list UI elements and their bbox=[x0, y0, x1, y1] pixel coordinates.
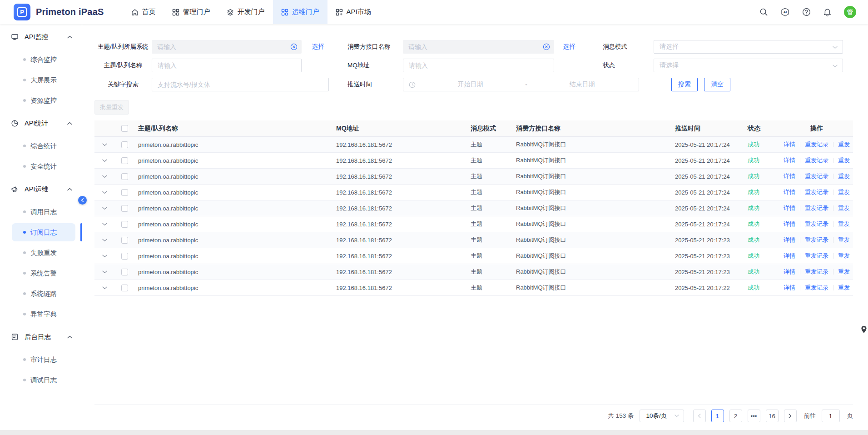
row-expand-icon[interactable] bbox=[102, 270, 107, 274]
detail-link[interactable]: 详情 bbox=[784, 236, 795, 244]
detail-link[interactable]: 详情 bbox=[784, 204, 795, 212]
sidebar-item[interactable]: 综合统计 bbox=[12, 137, 75, 155]
sidebar-item[interactable]: 调试日志 bbox=[12, 371, 75, 389]
row-expand-icon[interactable] bbox=[102, 191, 107, 194]
push-time-range-picker[interactable]: 开始日期 - 结束日期 bbox=[403, 78, 639, 91]
resend-link[interactable]: 重发 bbox=[838, 284, 850, 292]
detail-link[interactable]: 详情 bbox=[784, 172, 795, 180]
row-expand-icon[interactable] bbox=[102, 255, 107, 258]
resend-record-link[interactable]: 重发记录 bbox=[805, 188, 828, 196]
sidebar-item[interactable]: 调用日志 bbox=[12, 203, 75, 221]
search-button[interactable]: 搜索 bbox=[671, 78, 698, 91]
mq-address-input[interactable] bbox=[403, 59, 554, 72]
row-expand-icon[interactable] bbox=[102, 175, 107, 178]
sidebar-item[interactable]: 安全统计 bbox=[12, 157, 75, 175]
keyword-input[interactable] bbox=[152, 78, 328, 91]
clear-button[interactable]: 清空 bbox=[704, 78, 730, 91]
resend-record-link[interactable]: 重发记录 bbox=[805, 172, 828, 180]
nav-item-dev-portal[interactable]: 开发门户 bbox=[218, 0, 273, 24]
sidebar-item[interactable]: 系统链路 bbox=[12, 285, 75, 303]
resend-link[interactable]: 重发 bbox=[838, 220, 850, 228]
row-expand-icon[interactable] bbox=[102, 159, 107, 162]
row-checkbox[interactable] bbox=[121, 221, 128, 228]
nav-item-api-market[interactable]: API市场 bbox=[327, 0, 379, 24]
search-icon[interactable] bbox=[759, 8, 768, 16]
notification-bell-icon[interactable] bbox=[823, 8, 832, 16]
page-ellipsis[interactable]: ••• bbox=[748, 410, 760, 422]
topic-name-input[interactable] bbox=[152, 59, 301, 72]
row-expand-icon[interactable] bbox=[102, 143, 107, 146]
page-size-select[interactable]: 10条/页 bbox=[640, 410, 684, 422]
clear-circle-icon[interactable] bbox=[543, 43, 550, 50]
row-expand-icon[interactable] bbox=[102, 239, 107, 242]
row-checkbox[interactable] bbox=[121, 205, 128, 212]
app-logo[interactable]: P Primeton iPaaS bbox=[14, 4, 104, 20]
status-select[interactable]: 请选择 bbox=[654, 59, 843, 72]
goto-page-input[interactable] bbox=[822, 410, 840, 422]
clear-circle-icon[interactable] bbox=[290, 43, 298, 50]
resend-link[interactable]: 重发 bbox=[838, 204, 850, 212]
nav-item-admin-portal[interactable]: 管理门户 bbox=[164, 0, 218, 24]
resend-record-link[interactable]: 重发记录 bbox=[805, 220, 828, 228]
resend-record-link[interactable]: 重发记录 bbox=[805, 156, 828, 165]
page-button-last[interactable]: 16 bbox=[766, 410, 779, 422]
row-checkbox[interactable] bbox=[121, 173, 128, 180]
detail-link[interactable]: 详情 bbox=[784, 220, 795, 228]
sidebar-item[interactable]: 异常字典 bbox=[12, 305, 75, 323]
resend-link[interactable]: 重发 bbox=[838, 236, 850, 244]
detail-link[interactable]: 详情 bbox=[784, 284, 795, 292]
resend-record-link[interactable]: 重发记录 bbox=[805, 236, 828, 244]
resend-link[interactable]: 重发 bbox=[838, 268, 850, 276]
detail-link[interactable]: 详情 bbox=[784, 268, 795, 276]
resend-link[interactable]: 重发 bbox=[838, 188, 850, 196]
resend-link[interactable]: 重发 bbox=[838, 140, 850, 149]
row-checkbox[interactable] bbox=[121, 237, 128, 244]
page-button-1[interactable]: 1 bbox=[711, 410, 724, 422]
sidebar-item[interactable]: 失败重发 bbox=[12, 244, 75, 262]
row-checkbox[interactable] bbox=[121, 157, 128, 164]
prev-page-button[interactable] bbox=[693, 410, 706, 422]
consumer-input[interactable] bbox=[403, 40, 554, 54]
select-all-checkbox[interactable] bbox=[121, 125, 128, 132]
resend-record-link[interactable]: 重发记录 bbox=[805, 204, 828, 212]
resend-link[interactable]: 重发 bbox=[838, 156, 850, 165]
system-input[interactable] bbox=[152, 40, 302, 54]
resend-link[interactable]: 重发 bbox=[838, 172, 850, 180]
sidebar-item[interactable]: 综合监控 bbox=[12, 50, 75, 69]
sidebar-group-api-stats[interactable]: API统计 bbox=[0, 112, 82, 135]
sidebar-item[interactable]: 系统告警 bbox=[12, 264, 75, 282]
detail-link[interactable]: 详情 bbox=[784, 252, 795, 260]
batch-resend-button[interactable]: 批量重发 bbox=[94, 100, 129, 115]
sidebar-item[interactable]: 大屏展示 bbox=[12, 71, 75, 89]
user-avatar[interactable]: 管 bbox=[844, 6, 856, 18]
select-consumer-link[interactable]: 选择 bbox=[563, 43, 575, 51]
nav-item-ops-portal[interactable]: 运维门户 bbox=[273, 0, 327, 24]
detail-link[interactable]: 详情 bbox=[784, 156, 795, 165]
page-button-2[interactable]: 2 bbox=[729, 410, 742, 422]
row-expand-icon[interactable] bbox=[102, 223, 107, 226]
row-checkbox[interactable] bbox=[121, 269, 128, 275]
detail-link[interactable]: 详情 bbox=[784, 188, 795, 196]
sidebar-group-api-monitor[interactable]: API监控 bbox=[0, 25, 82, 48]
sidebar-group-api-ops[interactable]: API运维 bbox=[0, 178, 82, 200]
resend-record-link[interactable]: 重发记录 bbox=[805, 252, 828, 260]
next-page-button[interactable] bbox=[784, 410, 797, 422]
mode-select[interactable]: 请选择 bbox=[654, 40, 843, 54]
row-checkbox[interactable] bbox=[121, 253, 128, 260]
sidebar-item[interactable]: 审计日志 bbox=[12, 350, 75, 369]
resend-record-link[interactable]: 重发记录 bbox=[805, 268, 828, 276]
help-icon[interactable] bbox=[802, 8, 811, 16]
sidebar-collapse-button[interactable] bbox=[78, 196, 87, 205]
sidebar-item[interactable]: 订阅日志 bbox=[12, 223, 75, 241]
row-expand-icon[interactable] bbox=[102, 286, 107, 290]
nav-item-home[interactable]: 首页 bbox=[123, 0, 164, 24]
row-checkbox[interactable] bbox=[121, 285, 128, 291]
row-checkbox[interactable] bbox=[121, 141, 128, 148]
ai-assistant-icon[interactable]: AI bbox=[780, 7, 790, 17]
row-checkbox[interactable] bbox=[121, 189, 128, 196]
sidebar-item[interactable]: 资源监控 bbox=[12, 91, 75, 110]
resend-record-link[interactable]: 重发记录 bbox=[805, 140, 828, 149]
sidebar-group-backend-logs[interactable]: 后台日志 bbox=[0, 325, 82, 348]
resend-record-link[interactable]: 重发记录 bbox=[805, 284, 828, 292]
resend-link[interactable]: 重发 bbox=[838, 252, 850, 260]
